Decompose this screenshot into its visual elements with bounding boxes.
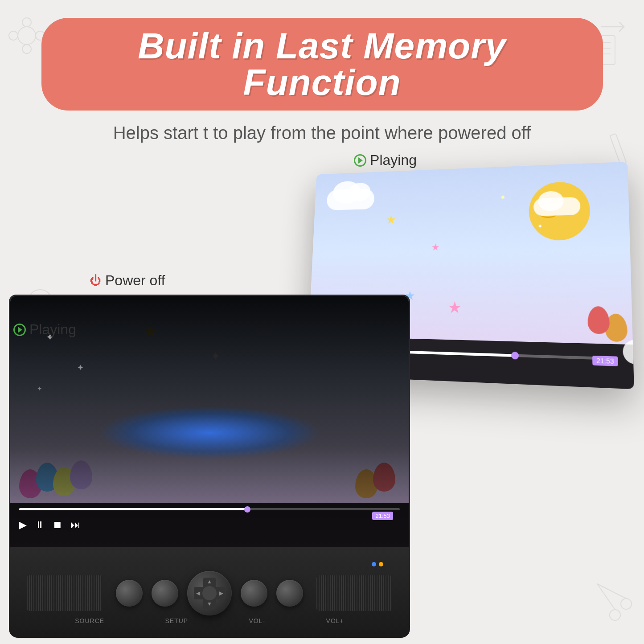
header-banner: Built in Last Memory Function (41, 18, 603, 111)
indicator-dot-blue (372, 562, 376, 566)
main-play-btn[interactable]: ▶ (19, 519, 27, 531)
star-floating-2: ★ (431, 242, 440, 253)
svg-point-2 (22, 45, 31, 53)
vol-minus-knob[interactable] (241, 580, 267, 607)
floating-progress-thumb (511, 352, 519, 359)
left-speaker (27, 575, 103, 611)
vol-minus-label: VOL- (249, 617, 266, 624)
setup-knob[interactable] (152, 580, 178, 607)
dvd-bottom-panel: ▲ ▼ ◀ ▶ (9, 549, 410, 638)
vol-minus-knob-group (241, 580, 267, 607)
svg-point-0 (18, 27, 36, 45)
main-pause-btn[interactable]: ⏸ (35, 519, 45, 531)
devices-area: Playing (0, 148, 644, 638)
main-progress-track[interactable] (19, 508, 400, 510)
playing-text-main: Playing (29, 321, 76, 338)
svg-text:▼: ▼ (207, 601, 212, 607)
dvd-player: ★ ✦ ✦ ✦ ✦ (9, 295, 410, 638)
indicator-dots (372, 562, 383, 566)
playing-label-main: Playing (13, 321, 76, 338)
svg-point-3 (9, 31, 18, 40)
svg-point-1 (22, 18, 31, 27)
dpad[interactable]: ▲ ▼ ◀ ▶ (187, 571, 232, 615)
play-circle-icon-main (13, 324, 26, 336)
source-knob-group (116, 580, 143, 607)
power-icon: ⏻ (89, 275, 102, 287)
star-floating-1: ★ (386, 213, 396, 227)
setup-knob-group (152, 580, 178, 607)
power-off-label: ⏻ Power off (89, 272, 165, 289)
setup-label: SETUP (165, 617, 188, 624)
playing-text-top: Playing (370, 152, 417, 168)
header-title: Built in Last Memory Function (73, 28, 572, 101)
floating-time-badge: 21:53 (592, 356, 618, 366)
source-knob[interactable] (116, 580, 143, 607)
main-progress-container: 21:53 (19, 508, 400, 516)
right-speaker (316, 575, 392, 611)
star-pink-floating: ★ (447, 298, 462, 317)
dvd-labels-row: SOURCE SETUP VOL- VOL+ (9, 617, 410, 624)
svg-text:▶: ▶ (219, 590, 224, 596)
main-ctrl-row: ▶ ⏸ ⏹ ⏭ (19, 519, 400, 531)
svg-point-23 (202, 586, 217, 600)
subtitle: Helps start t to play from the point whe… (113, 123, 531, 143)
power-off-text: Power off (105, 272, 165, 289)
main-next-btn[interactable]: ⏭ (70, 519, 80, 531)
play-circle-icon (354, 154, 366, 167)
main-controls-bar: 21:53 ▶ ⏸ ⏹ ⏭ (10, 503, 409, 547)
main-progress-fill (19, 508, 247, 510)
main-time-badge: 21:53 (372, 512, 393, 520)
playing-label-top: Playing (354, 152, 417, 168)
main-stop-btn[interactable]: ⏹ (53, 519, 62, 531)
vol-plus-label: VOL+ (326, 617, 344, 624)
indicator-dot-amber (379, 562, 383, 566)
vol-plus-knob[interactable] (276, 580, 303, 607)
sparkle-floating: ✦ (500, 193, 506, 202)
sparkle-floating-2: ✦ (537, 222, 543, 230)
svg-text:◀: ◀ (196, 590, 201, 596)
main-container: www www Built in Last Memory Funct (0, 0, 644, 644)
dvd-controls-center: ▲ ▼ ◀ ▶ (116, 571, 303, 615)
sparkle-dark-2: ✦ (77, 363, 84, 373)
source-label: SOURCE (75, 617, 104, 624)
sparkle-dark-3: ✦ (37, 385, 42, 392)
blue-glow (98, 406, 321, 459)
main-progress-thumb (244, 506, 250, 513)
svg-text:▲: ▲ (207, 578, 212, 585)
vol-plus-knob-group (276, 580, 303, 607)
